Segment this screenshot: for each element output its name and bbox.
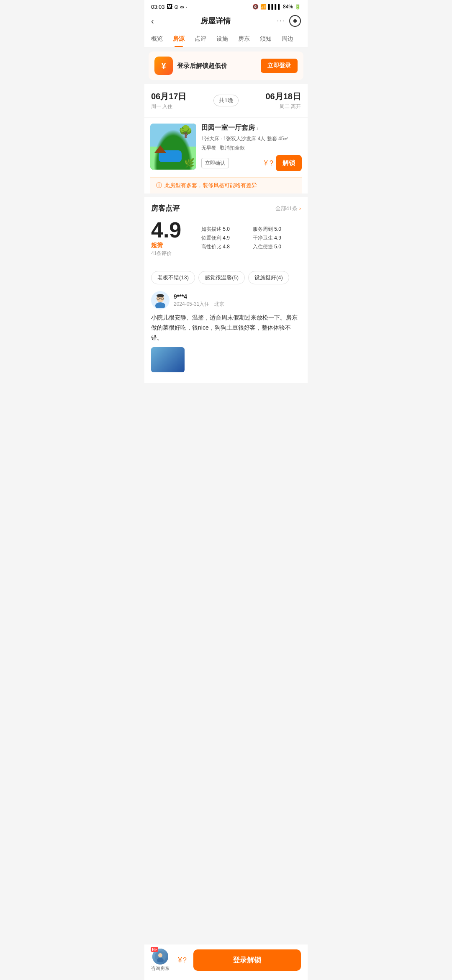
nights-badge: 共1晚 (213, 95, 238, 106)
detail-location: 位置便利 4.9 (201, 235, 249, 242)
record-button[interactable] (289, 15, 301, 27)
yuan-icon: ¥ (154, 57, 173, 75)
room-detail-1: 1张大床 · 1张双人沙发床 4人 整套 45㎡ (201, 135, 302, 143)
location-icon: ⊙ (174, 4, 179, 10)
tab-host[interactable]: 房东 (233, 31, 255, 47)
room-tags: 无早餐 取消扣全款 (201, 144, 302, 152)
unlock-button[interactable]: 解锁 (276, 155, 302, 171)
no-breakfast-tag: 无早餐 (201, 144, 216, 152)
login-banner: ¥ 登录后解锁超低价 立即登录 (149, 52, 303, 80)
notice-strip: ⓘ 此房型有多套，装修风格可能略有差异 (150, 177, 302, 193)
login-banner-left: ¥ 登录后解锁超低价 (154, 57, 227, 75)
detail-checkin: 入住便捷 5.0 (253, 243, 301, 250)
reviewer-name: 9***4 (174, 293, 301, 300)
notice-text: 此房型有多套，装修风格可能略有差异 (164, 182, 257, 189)
reviewer-info: 9***4 2024-05-31入住 北京 (174, 293, 301, 308)
reviewer-row: 9***4 2024-05-31入住 北京 (151, 291, 301, 309)
battery-percent: 84% (283, 4, 293, 10)
avatar-svg (152, 292, 168, 308)
room-img-bg: 🌳 🌿 (150, 124, 196, 170)
room-action-row: 立即确认 ¥ ? 解锁 (201, 155, 302, 171)
checkout-block[interactable]: 06月18日 周二 离开 (265, 91, 301, 110)
tab-overview[interactable]: 概览 (146, 31, 168, 47)
room-image[interactable]: 🌳 🌿 (150, 124, 196, 170)
cancel-policy-tag: 取消扣全款 (220, 144, 245, 152)
date-section: 06月17日 周一 入住 共1晚 06月18日 周二 离开 (144, 84, 308, 117)
detail-service: 服务周到 5.0 (253, 226, 301, 233)
room-name-row: 田园一室一厅套房 › (201, 124, 302, 132)
review-date: 2024-05-31入住 (174, 301, 209, 307)
nav-actions: ··· (277, 15, 301, 27)
room-card: 🌳 🌿 田园一室一厅套房 › 1张大床 · 1张双人沙发床 4人 整套 45㎡ … (144, 118, 308, 193)
reviews-header: 房客点评 全部41条 › (151, 204, 301, 213)
reviews-all-link[interactable]: 全部41条 › (275, 205, 301, 212)
status-right: 🔇 📶 ▌▌▌▌ 84% 🔋 (252, 4, 301, 10)
tab-nearby[interactable]: 周边 (277, 31, 298, 47)
checkin-block[interactable]: 06月17日 周一 入住 (151, 91, 187, 110)
review-thumb-1[interactable] (151, 347, 185, 372)
login-now-button[interactable]: 立即登录 (261, 59, 298, 73)
rating-details: 如实描述 5.0 服务周到 5.0 位置便利 4.9 干净卫生 4.9 高性价比… (201, 219, 301, 257)
checkin-day: 周一 入住 (151, 103, 187, 110)
tab-reviews[interactable]: 点评 (190, 31, 211, 47)
plant-decoration: 🌿 (184, 158, 195, 168)
tab-facilities[interactable]: 设施 (211, 31, 233, 47)
status-bar: 03:03 🖼 ⊙ ∞ • 🔇 📶 ▌▌▌▌ 84% 🔋 (144, 0, 308, 12)
time-display: 03:03 (151, 4, 165, 10)
reviewer-avatar (151, 291, 170, 309)
room-info: 田园一室一厅套房 › 1张大床 · 1张双人沙发床 4人 整套 45㎡ 无早餐 … (201, 124, 302, 171)
detail-clean: 干净卫生 4.9 (253, 235, 301, 242)
back-button[interactable]: ‹ (151, 16, 154, 26)
tag-facility[interactable]: 设施挺好(4) (248, 271, 289, 284)
record-icon (293, 19, 297, 23)
detail-realistic: 如实描述 5.0 (201, 226, 249, 233)
room-name[interactable]: 田园一室一厅套房 (201, 124, 255, 132)
review-tags-row: 老板不错(13) 感觉很温馨(5) 设施挺好(4) (151, 271, 301, 284)
checkin-date: 06月17日 (151, 91, 187, 102)
all-prefix: 全部41条 (275, 205, 299, 211)
nav-bar: ‹ 房屋详情 ··· (144, 12, 308, 31)
login-banner-text: 登录后解锁超低价 (177, 62, 227, 70)
wifi-icon: 📶 (260, 4, 267, 10)
tab-rooms[interactable]: 房源 (168, 31, 190, 47)
review-location: 北京 (214, 301, 224, 307)
rating-label: 超赞 (151, 242, 163, 249)
all-arrow: › (299, 205, 301, 211)
hut-decoration (154, 145, 166, 153)
rating-count: 41条评价 (151, 250, 172, 257)
review-images (151, 347, 301, 372)
price-query-icon: ¥ ? (264, 160, 273, 167)
checkout-day: 周二 离开 (265, 103, 301, 110)
rating-block: 4.9 超赞 41条评价 如实描述 5.0 服务周到 5.0 位置便利 4.9 … (151, 219, 301, 264)
tree-decoration: 🌳 (178, 126, 193, 138)
tab-bar: 概览 房源 点评 设施 房东 须知 周边 (144, 31, 308, 47)
confirm-tag: 立即确认 (201, 158, 229, 168)
reviews-section: 房客点评 全部41条 › 4.9 超赞 41条评价 如实描述 5.0 服务周到 … (144, 197, 308, 383)
tab-notice[interactable]: 须知 (255, 31, 277, 47)
mute-icon: 🔇 (252, 4, 259, 10)
room-detail-arrow: › (257, 125, 259, 132)
tag-warm[interactable]: 感觉很温馨(5) (198, 271, 245, 284)
reviews-title: 房客点评 (151, 204, 180, 213)
tag-boss[interactable]: 老板不错(13) (151, 271, 195, 284)
detail-value: 高性价比 4.8 (201, 243, 249, 250)
more-button[interactable]: ··· (277, 17, 285, 25)
review-text: 小院儿很安静、温馨，适合周末假期过来放松一下。房东做的菜很好吃，很nice，狗狗… (151, 313, 301, 343)
rating-main: 4.9 超赞 41条评价 (151, 219, 193, 257)
svg-point-5 (157, 294, 164, 297)
rating-score: 4.9 (151, 219, 181, 241)
checkout-date: 06月18日 (265, 91, 301, 102)
svg-point-0 (155, 302, 165, 308)
notice-icon: ⓘ (156, 182, 162, 189)
room-inner: 🌳 🌿 田园一室一厅套房 › 1张大床 · 1张双人沙发床 4人 整套 45㎡ … (150, 124, 302, 177)
page-title: 房屋详情 (200, 16, 231, 26)
signal-icon: ▌▌▌▌ (268, 4, 281, 9)
reviewer-meta: 2024-05-31入住 北京 (174, 301, 301, 308)
status-time: 03:03 🖼 ⊙ ∞ • (151, 3, 187, 10)
link-icon: ∞ (180, 4, 184, 10)
photo-icon: 🖼 (167, 3, 172, 10)
price-unlock-row: ¥ ? 解锁 (264, 155, 302, 171)
battery-icon: 🔋 (295, 4, 301, 10)
dot-indicator: • (186, 5, 187, 9)
